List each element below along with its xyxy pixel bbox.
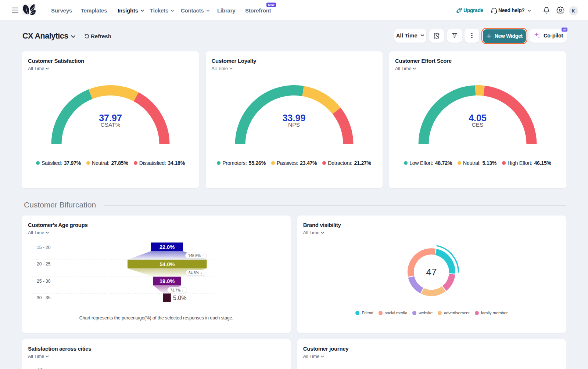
svg-text:5.0%: 5.0% xyxy=(173,295,186,301)
svg-text:19.0%: 19.0% xyxy=(159,278,175,284)
svg-text:54.0%: 54.0% xyxy=(159,261,175,267)
svg-text:22.0%: 22.0% xyxy=(159,244,175,250)
svg-text:47: 47 xyxy=(426,267,437,278)
